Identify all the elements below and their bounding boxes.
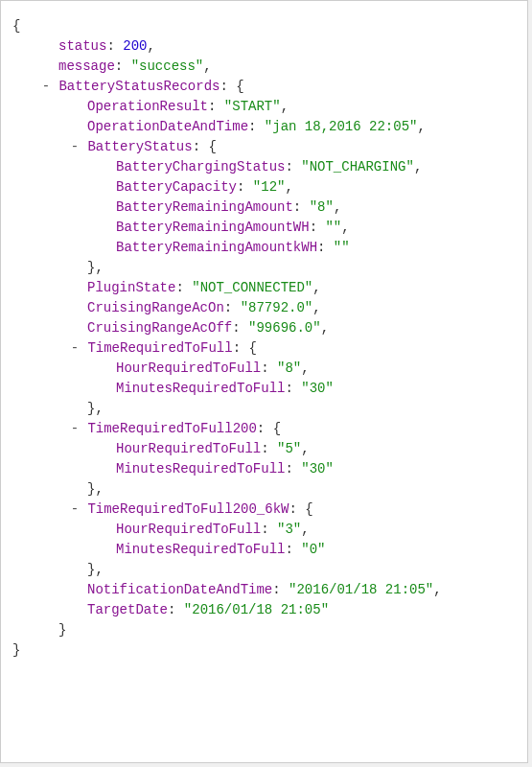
- row-brawh: BatteryRemainingAmountWH: "",: [12, 218, 516, 238]
- key-bsr: BatteryStatusRecords: [58, 79, 220, 94]
- trf-close: },: [12, 399, 516, 419]
- collapse-icon[interactable]: -: [70, 500, 80, 520]
- collapse-icon[interactable]: -: [41, 77, 51, 97]
- row-brakwh: BatteryRemainingAmountkWH: "": [12, 238, 516, 258]
- row-trf6kw-m: MinutesRequiredToFull: "0": [12, 540, 516, 560]
- bsr-close: }: [12, 620, 516, 640]
- row-status: status: 200,: [12, 36, 516, 57]
- row-op-dt: OperationDateAndTime: "jan 18,2016 22:05…: [12, 117, 516, 137]
- row-bcs: BatteryChargingStatus: "NOT_CHARGING",: [12, 157, 516, 177]
- row-message: message: "success",: [12, 57, 516, 77]
- row-bs[interactable]: - BatteryStatus: {: [12, 137, 516, 157]
- row-croff: CruisingRangeAcOff: "99696.0",: [12, 318, 516, 338]
- val-status: 200: [123, 38, 147, 54]
- key-message: message: [58, 58, 115, 74]
- collapse-icon[interactable]: -: [70, 419, 80, 439]
- row-trf200[interactable]: - TimeRequiredToFull200: {: [12, 419, 516, 439]
- row-trf6kw-h: HourRequiredToFull: "3",: [12, 520, 516, 540]
- row-bcap: BatteryCapacity: "12",: [12, 177, 516, 198]
- bs-close: },: [12, 258, 516, 278]
- row-trf[interactable]: - TimeRequiredToFull: {: [12, 338, 516, 359]
- row-bra: BatteryRemainingAmount: "8",: [12, 198, 516, 218]
- row-trf200-m: MinutesRequiredToFull: "30": [12, 459, 516, 479]
- row-cron: CruisingRangeAcOn: "87792.0",: [12, 298, 516, 318]
- collapse-icon[interactable]: -: [70, 137, 80, 157]
- row-trf-h: HourRequiredToFull: "8",: [12, 359, 516, 379]
- row-plugin: PluginState: "NOT_CONNECTED",: [12, 278, 516, 298]
- row-notif: NotificationDateAndTime: "2016/01/18 21:…: [12, 580, 516, 600]
- collapse-icon[interactable]: -: [70, 338, 80, 359]
- trf200-close: },: [12, 479, 516, 500]
- key-status: status: [58, 38, 106, 54]
- trf6kw-close: },: [12, 560, 516, 580]
- row-trf6kw[interactable]: - TimeRequiredToFull200_6kW: {: [12, 500, 516, 520]
- row-trf200-h: HourRequiredToFull: "5",: [12, 439, 516, 459]
- brace-open: {: [12, 16, 516, 36]
- val-message: "success": [131, 58, 204, 74]
- row-bsr[interactable]: - BatteryStatusRecords: {: [12, 77, 516, 97]
- row-op-result: OperationResult: "START",: [12, 97, 516, 117]
- json-viewer: { status: 200, message: "success", - Bat…: [0, 0, 528, 763]
- row-target: TargetDate: "2016/01/18 21:05": [12, 600, 516, 620]
- brace-close: }: [12, 640, 516, 661]
- row-trf-m: MinutesRequiredToFull: "30": [12, 379, 516, 399]
